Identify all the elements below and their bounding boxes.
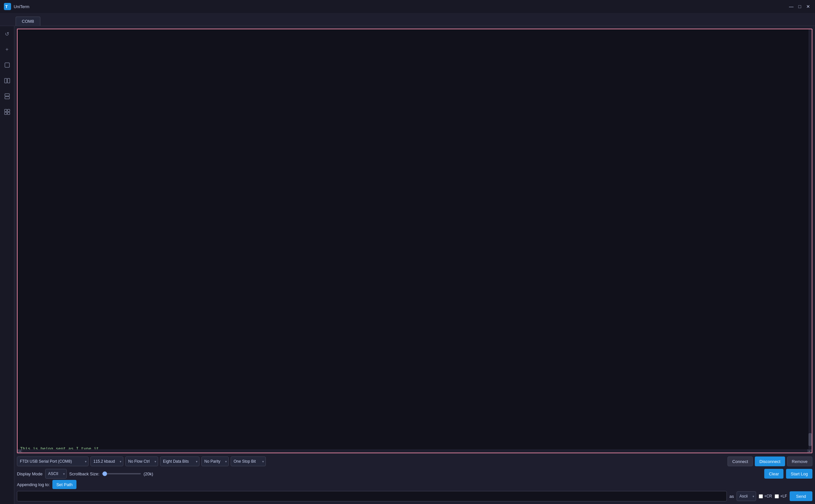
content-area: This is being sent as I type it... ◂ ▸ F… — [14, 26, 815, 504]
flow-select[interactable]: No Flow Ctrl Hardware Software — [125, 456, 158, 466]
terminal-container[interactable]: This is being sent as I type it... ◂ ▸ — [17, 29, 812, 453]
scrollback-container: Scrollback Size: (20k) — [69, 471, 153, 476]
scrollback-slider-track[interactable] — [102, 473, 141, 474]
baud-select[interactable]: 115.2 kbaud 9600 baud 57.6 kbaud — [90, 456, 123, 466]
app-icon: T — [4, 3, 11, 10]
svg-rect-3 — [5, 78, 7, 83]
stop-bit-select[interactable]: One Stop Bit Two Stop Bits — [231, 456, 266, 466]
bottom-controls: FTDI USB Serial Port (COM8) 115.2 kbaud … — [17, 455, 812, 501]
cr-label: +CR — [764, 494, 772, 498]
tabbar: COM8 — [0, 13, 815, 26]
svg-text:T: T — [5, 4, 8, 9]
hscroll-right-arrow[interactable]: ▸ — [807, 449, 812, 453]
cr-checkbox-group: +CR — [759, 494, 772, 498]
remove-button[interactable]: Remove — [787, 456, 812, 466]
data-bits-select[interactable]: Eight Data Bits Seven Data Bits — [160, 456, 199, 466]
scrollback-value: (20k) — [143, 471, 153, 476]
titlebar: T UniTerm — □ ✕ — [0, 0, 815, 13]
flow-select-wrapper[interactable]: No Flow Ctrl Hardware Software — [125, 456, 158, 466]
lf-checkbox-group: +LF — [775, 494, 787, 498]
disconnect-button[interactable]: Disconnect — [755, 456, 785, 466]
svg-rect-10 — [7, 112, 10, 115]
controls-bar-row3: Appending log to: Set Path — [17, 480, 812, 489]
cr-checkbox[interactable] — [759, 494, 763, 498]
sidebar-item-split-h[interactable] — [2, 75, 12, 86]
sidebar-item-split-v[interactable] — [2, 91, 12, 102]
lf-label: +LF — [780, 494, 787, 498]
sidebar-item-refresh[interactable]: ↺ — [2, 29, 12, 39]
controls-bar-row2: Display Mode ASCII HEX DEC Scrollback Si… — [17, 469, 812, 479]
stop-bit-select-wrapper[interactable]: One Stop Bit Two Stop Bits — [231, 456, 266, 466]
minimize-button[interactable]: — — [788, 4, 794, 9]
scrollback-slider-thumb[interactable] — [102, 471, 107, 476]
scrollback-label: Scrollback Size: — [69, 471, 99, 476]
start-log-button[interactable]: Start Log — [786, 469, 812, 479]
svg-rect-5 — [5, 94, 9, 96]
svg-rect-6 — [5, 97, 9, 99]
appending-log-label: Appending log to: — [17, 482, 50, 487]
data-bits-select-wrapper[interactable]: Eight Data Bits Seven Data Bits — [160, 456, 199, 466]
terminal-hscrollbar[interactable]: ◂ ▸ — [18, 449, 812, 453]
connect-button[interactable]: Connect — [727, 456, 753, 466]
controls-bar-row1: FTDI USB Serial Port (COM8) 115.2 kbaud … — [17, 455, 812, 468]
send-input[interactable] — [17, 491, 727, 501]
sidebar: ↺ + — [0, 26, 14, 504]
terminal-output[interactable] — [18, 29, 812, 449]
display-mode-label: Display Mode — [17, 471, 43, 476]
terminal-scrollbar-thumb[interactable] — [808, 433, 812, 446]
terminal-scrollbar[interactable] — [808, 29, 812, 453]
display-mode-select-wrapper[interactable]: ASCII HEX DEC — [45, 469, 67, 479]
parity-select-wrapper[interactable]: No Parity Even Odd — [201, 456, 229, 466]
send-area: as Ascii Hex +CR +LF Send — [17, 491, 812, 501]
clear-button[interactable]: Clear — [764, 469, 783, 479]
type-select[interactable]: Ascii Hex — [737, 491, 756, 501]
svg-rect-7 — [5, 109, 7, 112]
type-select-wrapper[interactable]: Ascii Hex — [737, 491, 756, 501]
parity-select[interactable]: No Parity Even Odd — [201, 456, 229, 466]
window-controls: — □ ✕ — [788, 4, 811, 9]
svg-rect-2 — [5, 63, 9, 67]
close-button[interactable]: ✕ — [805, 4, 811, 9]
svg-rect-8 — [7, 109, 10, 112]
baud-select-wrapper[interactable]: 115.2 kbaud 9600 baud 57.6 kbaud — [90, 456, 123, 466]
sidebar-item-terminal[interactable] — [2, 60, 12, 70]
tab-com8[interactable]: COM8 — [16, 17, 40, 26]
set-path-button[interactable]: Set Path — [52, 480, 76, 489]
display-mode-select[interactable]: ASCII HEX DEC — [45, 469, 67, 479]
port-select-wrapper[interactable]: FTDI USB Serial Port (COM8) — [17, 456, 88, 466]
sidebar-item-add[interactable]: + — [2, 44, 12, 55]
send-button[interactable]: Send — [790, 491, 812, 501]
svg-rect-9 — [5, 112, 7, 115]
as-label: as — [729, 494, 734, 499]
app-title: UniTerm — [14, 4, 29, 9]
main-layout: ↺ + — [0, 26, 815, 504]
sidebar-item-grid[interactable] — [2, 107, 12, 117]
hscroll-left-arrow[interactable]: ◂ — [18, 449, 22, 453]
svg-rect-4 — [7, 78, 10, 83]
port-select[interactable]: FTDI USB Serial Port (COM8) — [17, 456, 88, 466]
maximize-button[interactable]: □ — [797, 4, 803, 9]
lf-checkbox[interactable] — [775, 494, 779, 498]
